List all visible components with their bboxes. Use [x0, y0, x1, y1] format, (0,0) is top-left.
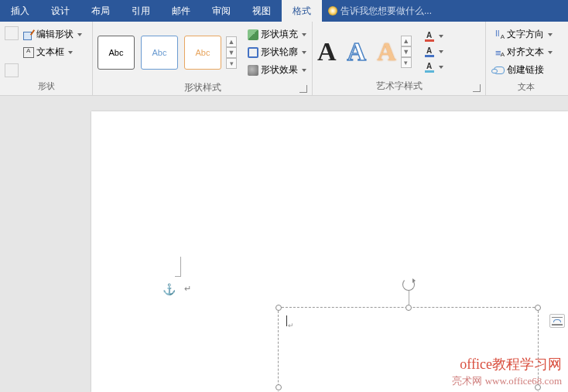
gallery-more-icon[interactable]: ▾	[226, 58, 237, 69]
text-effects-icon	[424, 62, 435, 73]
resize-handle-tl[interactable]	[275, 305, 282, 311]
shape-fill-button[interactable]: 形状填充	[245, 26, 310, 43]
gallery-nav: ▲ ▼ ▾	[401, 36, 412, 68]
line-icon	[552, 324, 563, 326]
tab-insert[interactable]: 插入	[0, 0, 40, 22]
chevron-down-icon	[439, 50, 443, 53]
tab-format[interactable]: 格式	[282, 0, 322, 22]
rotate-handle-icon[interactable]	[402, 278, 415, 291]
chevron-down-icon	[439, 66, 443, 69]
resize-handle-t[interactable]	[405, 305, 412, 311]
chevron-down-icon	[548, 33, 553, 36]
chevron-down-icon	[68, 51, 73, 54]
group-text: 文字方向 对齐文本 创建链接 文本	[486, 22, 566, 95]
shape-fill-label: 形状填充	[261, 28, 298, 41]
group-shape-styles: Abc Abc Abc ▲ ▼ ▾ 形状填充 形状轮廓	[93, 22, 313, 95]
resize-handle-l[interactable]	[275, 384, 282, 390]
group-label-shapes: 形状	[3, 80, 89, 94]
wordart-style-2[interactable]: A	[347, 39, 367, 65]
wordart-style-1[interactable]: A	[317, 39, 337, 65]
shape-format-buttons: 形状填充 形状轮廓 形状效果	[245, 26, 310, 78]
watermark-line2: 亮术网 www.office68.com	[452, 374, 562, 388]
wordart-buttons	[421, 29, 447, 74]
tell-me-search[interactable]: 告诉我您想要做什么...	[322, 5, 432, 18]
shape-style-2[interactable]: Abc	[141, 36, 178, 70]
dialog-launcher-icon[interactable]	[299, 85, 307, 93]
chevron-down-icon	[302, 33, 306, 36]
chevron-down-icon	[439, 35, 443, 38]
watermark-line1: office教程学习网	[460, 355, 562, 373]
text-direction-icon	[494, 29, 505, 40]
ribbon: 编辑形状 文本框 形状 Abc Abc Abc	[0, 22, 568, 96]
text-box-label: 文本框	[36, 46, 64, 59]
document-canvas[interactable]: ⚓ ↵ ↵ office教程学习网 亮术网 www.office68.com	[0, 96, 568, 392]
line-icon	[552, 317, 563, 319]
create-link-label: 创建链接	[507, 63, 544, 77]
text-direction-label: 文字方向	[507, 28, 544, 41]
edit-shape-icon	[23, 29, 34, 40]
dialog-launcher-icon[interactable]	[473, 84, 481, 92]
textbox-icon	[23, 47, 34, 58]
gallery-more-icon[interactable]: ▾	[401, 57, 412, 68]
align-text-icon	[494, 47, 505, 58]
lightbulb-icon	[328, 6, 337, 15]
effects-icon	[248, 65, 258, 76]
shape-gallery-item[interactable]	[5, 63, 19, 77]
ribbon-tabs: 插入 设计 布局 引用 邮件 审阅 视图 格式 告诉我您想要做什么...	[0, 0, 568, 22]
rotate-connector	[409, 291, 409, 305]
text-fill-button[interactable]	[421, 29, 447, 43]
gallery-down-icon[interactable]: ▼	[401, 46, 412, 57]
chevron-down-icon	[548, 51, 553, 54]
chevron-down-icon	[302, 69, 306, 72]
group-label-text: 文本	[489, 81, 563, 94]
shape-style-1[interactable]: Abc	[98, 36, 135, 70]
arc-icon	[553, 319, 561, 322]
shape-style-gallery: Abc Abc Abc	[98, 36, 221, 70]
shape-outline-label: 形状轮廓	[261, 46, 298, 59]
chevron-down-icon	[302, 51, 306, 54]
margin-corner	[175, 257, 181, 277]
tab-design[interactable]: 设计	[40, 0, 80, 22]
layout-options-button[interactable]	[549, 314, 565, 328]
wordart-gallery: A A A	[317, 39, 396, 65]
paragraph-mark: ↵	[184, 284, 191, 294]
tab-layout[interactable]: 布局	[80, 0, 121, 22]
align-text-button[interactable]: 对齐文本	[491, 44, 556, 60]
tell-me-placeholder: 告诉我您想要做什么...	[340, 5, 432, 18]
gallery-down-icon[interactable]: ▼	[226, 47, 237, 58]
text-box-button[interactable]: 文本框	[20, 44, 85, 60]
gallery-up-icon[interactable]: ▲	[401, 36, 412, 46]
group-wordart-styles: A A A ▲ ▼ ▾ 艺术字样式	[313, 22, 486, 95]
anchor-icon: ⚓	[163, 283, 176, 295]
text-buttons: 文字方向 对齐文本 创建链接	[491, 26, 556, 78]
chevron-down-icon	[77, 33, 82, 36]
edit-shape-label: 编辑形状	[36, 28, 74, 41]
text-cursor	[286, 315, 287, 326]
shape-style-3[interactable]: Abc	[184, 36, 221, 70]
tab-review[interactable]: 审阅	[201, 0, 241, 22]
text-fill-icon	[424, 31, 435, 42]
text-outline-button[interactable]	[421, 45, 447, 59]
paragraph-mark: ↵	[288, 322, 294, 329]
shape-gallery-item[interactable]	[5, 26, 19, 40]
shape-effects-button[interactable]: 形状效果	[245, 62, 310, 78]
edit-shape-button[interactable]: 编辑形状	[20, 26, 85, 43]
text-direction-button[interactable]: 文字方向	[491, 26, 556, 43]
tab-references[interactable]: 引用	[121, 0, 161, 22]
group-insert-shapes: 编辑形状 文本框 形状	[0, 22, 93, 95]
group-label-wordart: 艺术字样式	[376, 80, 423, 91]
tab-mailings[interactable]: 邮件	[161, 0, 201, 22]
create-link-button[interactable]: 创建链接	[491, 62, 556, 78]
wordart-style-3[interactable]: A	[377, 39, 396, 65]
resize-handle-tr[interactable]	[535, 305, 541, 311]
gallery-up-icon[interactable]: ▲	[226, 36, 237, 47]
gallery-nav: ▲ ▼ ▾	[226, 36, 237, 69]
shape-effects-label: 形状效果	[261, 63, 298, 77]
shape-outline-button[interactable]: 形状轮廓	[245, 44, 310, 60]
text-effects-button[interactable]	[421, 60, 447, 74]
group-label-shape-styles: 形状样式	[184, 82, 221, 93]
link-icon	[494, 66, 505, 74]
tab-view[interactable]: 视图	[241, 0, 282, 22]
text-outline-icon	[424, 46, 435, 57]
outline-icon	[248, 47, 258, 58]
